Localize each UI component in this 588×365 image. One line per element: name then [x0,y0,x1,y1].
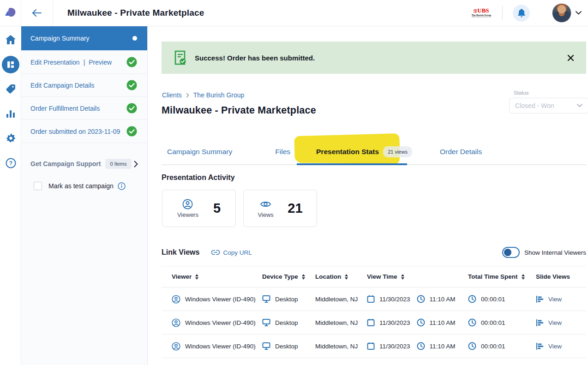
clock-icon [468,342,476,350]
window-title: Milwaukee - Private Marketplace [67,8,204,18]
calendar-icon [367,342,375,350]
topbar: Milwaukee - Private Marketplace ⚿UBS The… [0,0,588,26]
sort-icon[interactable] [345,274,348,280]
user-avatar[interactable] [552,3,571,23]
sidebar-step-edit-campaign-details[interactable]: Edit Campaign Details [21,74,147,97]
column-header-location[interactable]: Location [315,273,367,280]
view-date: 11/30/2023 [379,296,410,303]
column-header-device-type[interactable]: Device Type [262,273,315,280]
rail-item-tags[interactable] [0,84,21,94]
clock-icon [417,295,425,303]
rail-item-settings[interactable] [0,133,21,144]
sidebar-step-order-submitted[interactable]: Order submitted on 2023-11-09 [21,120,147,143]
person-circle-icon [172,342,180,351]
user-menu-chevron[interactable] [576,11,582,15]
device-cell: Desktop [262,318,315,327]
rail-item-analytics[interactable] [0,108,21,119]
breadcrumb-burish-group[interactable]: The Burish Group [193,91,245,99]
test-campaign-row: Mark as test campaign [21,182,147,190]
dashboard-icon [6,60,15,69]
views-value: 21 [288,201,302,216]
banner-close-button[interactable] [567,54,574,61]
viewer-name: Windows Viewer (ID-490) [185,319,256,326]
rail-active-indicator [2,56,19,73]
edit-presentation-link[interactable]: Edit Presentation [30,59,80,66]
horizontal-bars-icon [536,342,544,350]
active-tab-underline [297,163,407,165]
notifications-button[interactable] [513,5,530,22]
sidebar-step-order-fulfillment[interactable]: Order Fulfillment Details [21,97,147,120]
get-campaign-support[interactable]: Get Campaign Support 0 Items [21,153,147,174]
views-label: Views [258,211,273,218]
chevron-down-icon [577,104,582,108]
column-label: Viewer [172,273,192,280]
person-circle-icon [172,295,180,304]
device-type: Desktop [275,296,298,303]
viewer-name: Windows Viewer (ID-490) [185,343,256,350]
view-slide-views-link[interactable]: View [548,319,562,326]
sidebar-step-campaign-summary[interactable]: Campaign Summary [21,26,147,51]
tab-views-badge[interactable]: 21 views [383,146,412,157]
sort-icon[interactable] [401,274,404,280]
sort-icon[interactable] [522,274,525,280]
tab-presentation-stats[interactable]: Presentation Stats [316,148,379,156]
sidebar-step-edit-presentation[interactable]: Edit Presentation | Preview [21,51,147,74]
topbar-divider [502,6,503,20]
total-time-value: 00:00:01 [481,343,505,350]
link-views-heading: Link Views [162,248,199,257]
rail-item-campaigns[interactable] [0,56,21,73]
tab-bar: Campaign Summary Files Presentation Stat… [162,139,586,165]
copy-url-button[interactable]: Copy URL [211,249,252,256]
person-circle-icon [182,199,193,209]
back-button[interactable] [21,0,53,26]
column-label: Location [315,273,341,280]
app-logo[interactable] [0,0,21,26]
total-time-cell: 00:00:01 [468,318,536,327]
link-views-row: Link Views Copy URL Show Internal Viewer… [162,247,586,258]
close-icon [567,54,574,61]
view-slide-views-link[interactable]: View [548,343,562,350]
order-success-icon [174,50,186,66]
check-circle-icon [126,57,137,67]
total-time-cell: 00:00:01 [468,295,536,303]
breadcrumb-clients[interactable]: Clients [162,91,182,99]
link-icon [211,250,220,255]
sort-icon[interactable] [302,274,305,280]
page-title: Milwaukee - Private Marketplace [162,105,316,116]
info-icon[interactable] [118,182,126,190]
viewers-card: Viewers 5 [162,190,236,227]
tab-files[interactable]: Files [275,148,290,156]
test-campaign-checkbox[interactable] [34,182,42,190]
column-header-viewer[interactable]: Viewer [162,273,262,280]
rail-item-help[interactable]: ? [0,158,21,168]
bell-icon [517,8,526,18]
monitor-icon [262,318,270,327]
bar-chart-icon [6,108,16,119]
sort-icon[interactable] [195,274,198,280]
activity-cards: Viewers 5 Views 21 [162,190,317,227]
preview-link[interactable]: Preview [89,59,112,66]
column-header-view-time[interactable]: View Time [367,273,468,280]
status-select[interactable]: Closed - Won [509,98,588,114]
tab-campaign-summary[interactable]: Campaign Summary [167,148,232,156]
total-time-cell: 00:00:01 [468,342,536,350]
tag-icon [6,84,16,94]
chevron-right-icon [134,161,138,168]
clock-icon [468,295,476,303]
view-slide-views-link[interactable]: View [548,296,562,303]
ubs-wordmark: UBS [477,7,489,14]
rail-item-home[interactable] [0,35,21,45]
horizontal-bars-icon [536,295,544,303]
banner-message: Success! Order has been submitted. [195,54,315,62]
check-circle-icon [126,126,137,137]
show-internal-viewers-toggle[interactable] [502,247,520,258]
step-label: Campaign Summary [30,35,90,42]
tab-order-details[interactable]: Order Details [440,148,482,156]
column-header-total-time-spent[interactable]: Total Time Spent [468,273,536,280]
support-items-badge: 0 Items [105,159,131,169]
horizontal-bars-icon [536,319,544,327]
svg-text:?: ? [9,160,12,167]
view-clock-time: 11:10 AM [430,296,456,303]
monitor-icon [262,295,270,303]
location-text: Middletown, NJ [315,319,358,326]
